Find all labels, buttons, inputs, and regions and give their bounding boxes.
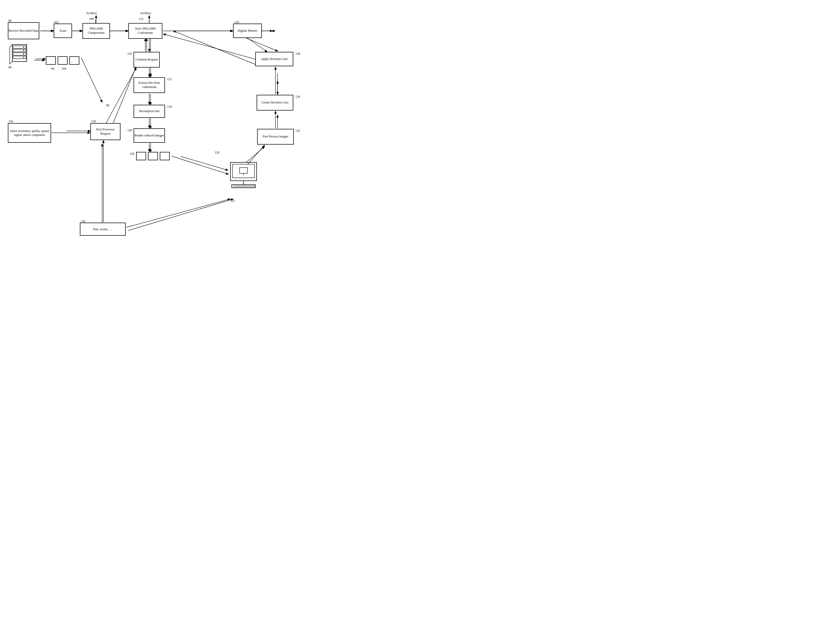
- label-138: 138: [296, 52, 300, 56]
- svg-line-15: [246, 147, 264, 163]
- store-jpeg2000-box: Store JPEG2000 Codestream: [128, 23, 163, 39]
- small-square-1b: [57, 56, 67, 65]
- archive-label-1: Archive: [86, 11, 97, 15]
- label-134: 134: [296, 95, 300, 99]
- post-processor-request-box: Post Processor Request: [90, 123, 120, 140]
- label-98: 98: [8, 19, 11, 23]
- svg-line-14: [181, 156, 228, 170]
- small-square-2a: [136, 152, 146, 160]
- apply-decision-lists-box: Apply Decision Lists: [255, 52, 293, 66]
- label-126b: 126: [215, 151, 220, 154]
- label-115: 115: [230, 199, 235, 203]
- small-square-1a: [46, 56, 56, 65]
- svg-line-19: [110, 67, 136, 131]
- svg-line-68: [126, 199, 230, 227]
- label-94: 94: [51, 67, 54, 71]
- label-126a: 126: [130, 152, 134, 156]
- label-96: 96: [8, 66, 11, 69]
- label-90: 90: [106, 104, 109, 107]
- small-square-2c: [160, 152, 170, 160]
- render-reduced-box: Render reduced Images: [133, 128, 165, 143]
- select-resolution-box: Select resolution, quality, spatial regi…: [8, 123, 51, 143]
- svg-rect-43: [232, 185, 255, 188]
- receive-recorded-data-box: Receive Recorded Data: [8, 22, 39, 39]
- label-104: 104: [62, 67, 66, 71]
- svg-line-59: [172, 156, 228, 174]
- svg-line-70: [81, 58, 102, 102]
- label-132: 132: [296, 129, 300, 133]
- scan-box: Scan: [54, 23, 72, 38]
- label-122: 122: [167, 77, 172, 81]
- decompress-bits-box: Decompress bits: [133, 105, 165, 118]
- small-square-1c: [69, 56, 79, 65]
- label-150: 150: [234, 20, 239, 25]
- label-116: 116: [8, 120, 13, 123]
- svg-line-31: [10, 44, 12, 47]
- label-136: 136: [80, 220, 85, 223]
- svg-line-22: [128, 199, 233, 230]
- label-118: 118: [91, 120, 96, 123]
- label-128: 128: [127, 128, 132, 132]
- create-decision-lists-box: Create Decision Lists: [257, 95, 293, 110]
- svg-point-35: [23, 50, 24, 51]
- label-102: 102: [54, 20, 58, 25]
- jpeg2000-compression-box: JPEG2000 Compression: [82, 23, 110, 39]
- svg-line-32: [10, 62, 12, 64]
- svg-point-36: [23, 53, 24, 54]
- label-112: 112: [139, 17, 143, 21]
- archive-label-2: Archive: [140, 11, 151, 15]
- computer-icon: [228, 161, 262, 190]
- extract-bits-box: Extract bits from codestream: [133, 77, 165, 93]
- svg-line-65: [106, 68, 136, 123]
- svg-line-64: [248, 38, 267, 52]
- svg-line-24: [246, 38, 277, 51]
- label-124: 124: [167, 105, 172, 109]
- label-120: 120: [127, 52, 132, 56]
- digital-master-box: Digital Master: [233, 23, 262, 38]
- svg-point-37: [23, 57, 24, 58]
- conform-request-box: Conform Request: [133, 52, 160, 67]
- post-process-images-box: Post Process Images: [257, 129, 294, 145]
- label-108: 108: [89, 17, 94, 21]
- pan-zoom-box: Pan, zoom, …: [80, 223, 126, 236]
- svg-rect-40: [240, 168, 248, 173]
- svg-point-34: [23, 47, 24, 48]
- small-square-2b: [148, 152, 158, 160]
- server-rack-icon: [8, 43, 34, 64]
